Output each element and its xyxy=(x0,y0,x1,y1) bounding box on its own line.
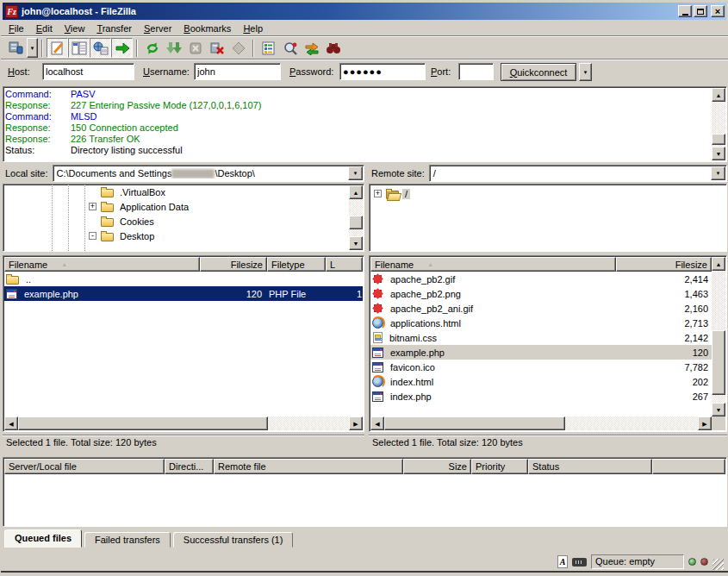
disconnect-button[interactable] xyxy=(206,38,227,58)
column-header-filesize[interactable]: Filesize xyxy=(616,257,712,272)
tree-item[interactable]: -Desktop xyxy=(3,229,364,243)
local-site-dropdown[interactable]: ▼ xyxy=(348,166,363,180)
directory-filter-button[interactable] xyxy=(258,38,279,58)
file-row[interactable]: applications.html2,713 xyxy=(370,316,712,330)
menu-file[interactable]: File xyxy=(3,21,30,36)
file-row[interactable]: favicon.ico7,782 xyxy=(370,360,712,374)
file-row-selected[interactable]: example.php 120 PHP File 1 xyxy=(4,286,363,301)
username-label: Username: xyxy=(143,66,190,77)
column-header-size[interactable]: Size xyxy=(403,459,471,474)
column-header-filetype[interactable]: Filetype xyxy=(267,257,326,272)
toggle-local-tree-button[interactable] xyxy=(68,38,90,58)
comparison-icon xyxy=(283,41,298,55)
tree-item[interactable]: .VirtualBox xyxy=(3,185,364,199)
quickconnect-button[interactable]: Quickconnect xyxy=(501,63,576,81)
scroll-down-button[interactable]: ▼ xyxy=(349,236,363,250)
scroll-thumb[interactable] xyxy=(712,330,725,395)
log-line: Status:Directory listing successful xyxy=(5,145,710,156)
file-row[interactable]: apache_pb2.gif2,414 xyxy=(370,272,712,286)
scroll-up-button[interactable]: ▲ xyxy=(712,257,725,271)
scroll-right-button[interactable]: ▶ xyxy=(698,416,712,430)
toggle-remote-tree-button[interactable] xyxy=(90,38,111,58)
scroll-up-button[interactable]: ▲ xyxy=(712,88,725,102)
tree-item[interactable]: + / xyxy=(370,186,726,201)
password-input[interactable] xyxy=(339,63,426,80)
file-row[interactable]: index.php267 xyxy=(370,389,712,404)
menu-help[interactable]: Help xyxy=(237,21,269,36)
process-queue-button[interactable] xyxy=(163,38,184,58)
host-input[interactable] xyxy=(42,63,134,80)
file-row[interactable]: apache_pb2_ani.gif2,160 xyxy=(370,301,712,316)
username-input[interactable] xyxy=(194,63,281,80)
tree-item[interactable]: Cookies xyxy=(3,214,364,229)
close-button[interactable]: × xyxy=(711,5,725,17)
scroll-down-button[interactable]: ▼ xyxy=(712,403,725,416)
scroll-thumb[interactable] xyxy=(712,134,725,145)
tree-expander[interactable]: + xyxy=(89,203,96,210)
file-row[interactable]: apache_pb2.png1,463 xyxy=(370,286,712,301)
column-header-lastmodified[interactable]: L xyxy=(326,257,363,272)
resize-grip[interactable] xyxy=(712,559,724,570)
reconnect-button[interactable] xyxy=(227,38,249,58)
directory-comparison-button[interactable] xyxy=(279,38,301,58)
column-header-remotefile[interactable]: Remote file xyxy=(214,459,403,474)
html-file-icon xyxy=(372,317,383,329)
synchronized-browsing-button[interactable] xyxy=(301,38,322,58)
quickconnect-bar: Host: Username: Password: Port: Quickcon… xyxy=(3,60,726,84)
column-header-status[interactable]: Status xyxy=(528,459,652,474)
toggle-transfer-queue-button[interactable] xyxy=(111,38,133,58)
file-row[interactable]: index.html202 xyxy=(370,374,712,389)
scroll-up-button[interactable]: ▲ xyxy=(349,185,363,199)
remote-site-dropdown[interactable]: ▼ xyxy=(711,166,725,180)
tab-successful-transfers[interactable]: Successful transfers (1) xyxy=(173,532,294,548)
scroll-thumb[interactable] xyxy=(18,416,268,430)
file-row[interactable]: .. xyxy=(4,272,363,286)
site-manager-button[interactable] xyxy=(5,38,27,58)
tree-expander[interactable]: + xyxy=(374,190,382,197)
find-files-button[interactable] xyxy=(322,38,344,58)
menu-server[interactable]: Server xyxy=(138,21,177,36)
remote-list-hscrollbar[interactable]: ◀ ▶ xyxy=(370,416,712,430)
column-header-priority[interactable]: Priority xyxy=(471,459,528,474)
queue-tabs: Queued files Failed transfers Successful… xyxy=(4,529,296,548)
column-header-filename[interactable]: Filename▲ xyxy=(370,257,616,272)
scroll-down-button[interactable]: ▼ xyxy=(712,147,725,160)
menu-bookmarks[interactable]: Bookmarks xyxy=(177,21,237,36)
scroll-right-button[interactable]: ▶ xyxy=(349,416,363,430)
scroll-thumb[interactable] xyxy=(349,216,363,229)
column-header-serverlocal[interactable]: Server/Local file xyxy=(4,459,165,474)
column-header-direction[interactable]: Directi... xyxy=(165,459,214,474)
port-input[interactable] xyxy=(458,63,494,80)
local-tree-scrollbar[interactable]: ▲ ▼ xyxy=(349,185,363,250)
menu-view[interactable]: View xyxy=(59,21,91,36)
log-scrollbar[interactable]: ▲ ▼ xyxy=(712,88,725,160)
local-site-combo[interactable]: C:\Documents and Settings\Desktop\ ▼ xyxy=(53,165,364,182)
tree-expander[interactable]: - xyxy=(89,232,96,240)
remote-list-scrollbar[interactable]: ▲ ▼ xyxy=(712,257,725,416)
column-header-filename[interactable]: Filename▲ xyxy=(4,257,200,272)
file-row-selected[interactable]: example.php120 xyxy=(370,345,712,360)
file-row[interactable]: bitnami.css2,142 xyxy=(370,330,712,345)
cancel-operation-button[interactable] xyxy=(184,38,206,58)
log-line: Command:MLSD xyxy=(5,111,710,122)
column-header-filesize[interactable]: Filesize xyxy=(200,257,267,272)
local-list-hscrollbar[interactable]: ◀ ▶ xyxy=(4,416,363,430)
menu-transfer[interactable]: Transfer xyxy=(90,21,138,36)
scroll-left-button[interactable]: ◀ xyxy=(4,416,18,430)
minimize-button[interactable] xyxy=(678,5,692,17)
refresh-button[interactable] xyxy=(141,38,163,58)
speed-limit-indicator-icon[interactable] xyxy=(572,558,587,567)
quickconnect-dropdown[interactable]: ▼ xyxy=(579,63,592,81)
toggle-message-log-button[interactable] xyxy=(47,38,68,58)
site-manager-dropdown[interactable]: ▼ xyxy=(27,38,38,58)
tree-item[interactable]: +Application Data xyxy=(3,199,364,214)
transfer-queue: Server/Local file Directi... Remote file… xyxy=(3,457,727,527)
scroll-thumb[interactable] xyxy=(384,416,565,430)
tab-queued-files[interactable]: Queued files xyxy=(4,529,82,548)
maximize-button[interactable] xyxy=(694,5,707,17)
menu-edit[interactable]: Edit xyxy=(30,21,59,36)
remote-site-combo[interactable]: / ▼ xyxy=(429,165,727,182)
scroll-left-button[interactable]: ◀ xyxy=(370,416,384,430)
tab-failed-transfers[interactable]: Failed transfers xyxy=(84,532,171,548)
data-type-indicator-icon[interactable]: A xyxy=(557,555,568,568)
